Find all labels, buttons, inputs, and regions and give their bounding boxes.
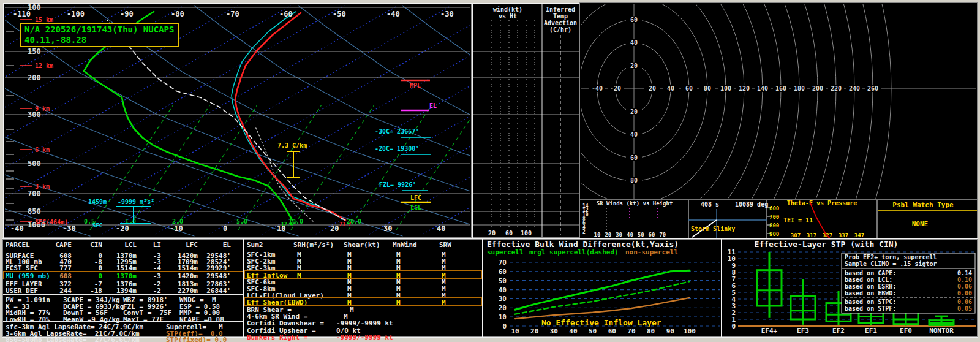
parcel-table-panel[interactable]: PARCELCAPECINLCLLILFCELSURFACE60801370m-… — [2, 239, 244, 337]
parcel-name: FCST SFC — [6, 264, 38, 272]
col-header: EL — [223, 241, 231, 249]
col-header: Sum2 — [247, 241, 263, 249]
hodograph-ring-label: 80 — [630, 177, 638, 184]
stp-prob-value: 0.00 — [957, 290, 972, 297]
wind-vs-height-plot: wind(kt)vs Ht2060100InferredTempAdvectio… — [473, 4, 579, 237]
hodograph-ring-label: 40 — [630, 39, 638, 46]
table-row: LCL-EL(Cloud Layer)MMM — [244, 292, 482, 299]
sr-winds-y-label: 2 — [582, 229, 586, 235]
hodograph-ring-label: 120 — [739, 85, 750, 92]
info-value: MeanW =9.4g/kg — [63, 316, 120, 324]
parcel-trace — [107, 20, 345, 220]
sounding-location: 40.11,-88.28 — [24, 35, 86, 45]
ebwd-chart-panel[interactable]: Effective Bulk Wind Difference(kt,Yaxis)… — [483, 239, 722, 337]
skewt-panel[interactable]: 100150200300500700850100015 km12 km9 km6… — [4, 4, 472, 238]
li-value: -3 — [153, 272, 161, 280]
sr-winds-x-label: 60 — [649, 232, 655, 238]
ebwd-series-non-supercell — [515, 298, 690, 319]
table-row: PARCELCAPECINLCLLILFCEL — [3, 241, 243, 248]
hodograph-ring — [580, 3, 873, 199]
isotherm-line — [156, 6, 471, 234]
wind-x-label: 100 — [521, 230, 532, 237]
table-row: SFC-2kmMMMM — [244, 257, 482, 265]
tei-value: TEI = 11 — [783, 217, 813, 224]
hodograph-ring-label: 180 — [794, 85, 805, 92]
top-temp-label: -110 — [13, 10, 31, 18]
ebwd-x-label: 30 — [550, 327, 558, 335]
cin-value: 0 — [98, 264, 102, 272]
mixing-ratio-label: 5.0 — [236, 218, 247, 225]
ebwd-x-label: 100 — [684, 327, 696, 335]
col-header: Shear(kt) — [344, 241, 380, 249]
stp-info-line: Sample CLIMO = .15 sigtor — [845, 260, 937, 267]
hodograph-ring-label: 20 — [630, 108, 638, 115]
ebwd-y-label: 60 — [499, 268, 507, 276]
pressure-label: 150 — [28, 47, 41, 56]
hodograph-ring-label: 60 — [630, 154, 638, 161]
ebwd-y-label: 10 — [499, 313, 507, 321]
col-header: LI — [153, 241, 161, 249]
surface-dewpoint-label: 12.4 — [281, 222, 293, 227]
el-value: 29929' — [206, 264, 231, 272]
ebwd-x-label: 20 — [530, 327, 538, 335]
hodograph-ring-label: 240 — [849, 85, 860, 92]
ebwd-series-supercell — [515, 270, 690, 310]
stp-chart-panel[interactable]: Effective-Layer STP (with CIN)0123456789… — [722, 239, 978, 337]
stp-title: Effective-Layer STP (with CIN) — [755, 240, 899, 249]
col-header: SRW — [439, 241, 451, 249]
col-header: PARCEL — [6, 241, 30, 249]
stp-category-label: EF1 — [865, 327, 877, 335]
sfc-label: SFC — [92, 222, 102, 229]
surface-temp-label: 23.7 — [339, 222, 351, 227]
stp-category-label: EF2 — [832, 327, 845, 335]
ebwd-chart: Effective Bulk Wind Difference(kt,Yaxis)… — [483, 240, 721, 336]
theta-e-title: Theta-E vs Pressure — [787, 200, 857, 207]
ebwd-x-label: 40 — [569, 327, 577, 335]
bottom-temp-label: 30 — [383, 224, 392, 233]
top-temp-label: -30 — [440, 10, 454, 18]
ebwd-annotation: No Effective Inflow Layer — [541, 318, 662, 327]
top-temp-label: -80 — [171, 10, 184, 18]
stp-prob-value: 0.05 — [957, 305, 972, 312]
wind-vs-height-panel[interactable]: wind(kt)vs Ht2060100InferredTempAdvectio… — [473, 4, 579, 238]
slinky-label: Storm Slinky — [691, 226, 735, 232]
hodograph-ring-label: 20 — [630, 63, 638, 69]
table-row: Bunkers Right =-9999/-9999 kt — [244, 333, 482, 341]
col-header: MnWind — [393, 241, 417, 249]
info-value: LowRH = 70% — [6, 316, 50, 324]
wind-x-label: 60 — [505, 230, 513, 237]
bottom-temp-label: 0 — [223, 224, 227, 233]
shear-table-panel[interactable]: Sum2SRH(m²/s²)Shear(kt)MnWindSRWSFC-1kmM… — [244, 239, 483, 337]
hodograph-ring-label: 100 — [720, 85, 731, 92]
stp-prob-value: 0.14 — [957, 270, 972, 276]
el-value: 29548' — [206, 272, 231, 280]
table-row: 4-6km SR Wind =M — [244, 313, 482, 320]
lfc-value: 1420m — [178, 272, 198, 280]
stp-info-box: Prob EF2+ torn, supercellSample CLIMO = … — [842, 253, 975, 313]
hodograph-ring-label: 140 — [757, 85, 768, 92]
hodograph-panel[interactable]: 20406080100120140160180200220240260-20-4… — [579, 2, 978, 239]
li-value: -4 — [153, 264, 161, 272]
bottom-temp-label: -20 — [116, 224, 129, 233]
stp-prob-value: 0.10 — [957, 276, 972, 283]
temperature-trace — [235, 13, 345, 220]
inflow-height-label: 1459m — [88, 199, 107, 205]
table-row: SFC-8kmMMM — [244, 285, 482, 292]
ebwd-y-label: 30 — [499, 295, 507, 303]
wind-panel-title: wind(kt) — [493, 6, 522, 13]
hodograph-ring-label: 80 — [704, 85, 711, 92]
bottom-temp-label: -40 — [10, 224, 24, 233]
watch-type-value: NONE — [912, 220, 929, 228]
ebwd-x-label: 80 — [647, 327, 655, 335]
stp-summary-value: STP(fixed)= 0.0 — [166, 336, 227, 342]
table-row: SFC-3kmMMMM — [244, 264, 482, 272]
stp-category-label: EF4+ — [761, 327, 778, 335]
hodograph-ring — [580, 3, 799, 199]
virtual-temp-trace — [232, 12, 343, 219]
hodograph-ring-label: 60 — [685, 85, 693, 92]
hodograph-ring-label: 20 — [649, 85, 656, 92]
ebwd-y-label: 40 — [499, 286, 507, 294]
table-row: Eff InflowMMMM — [244, 272, 482, 279]
bottom-temp-label: 40 — [437, 224, 445, 233]
sr-winds-x-label: 30 — [616, 232, 622, 238]
